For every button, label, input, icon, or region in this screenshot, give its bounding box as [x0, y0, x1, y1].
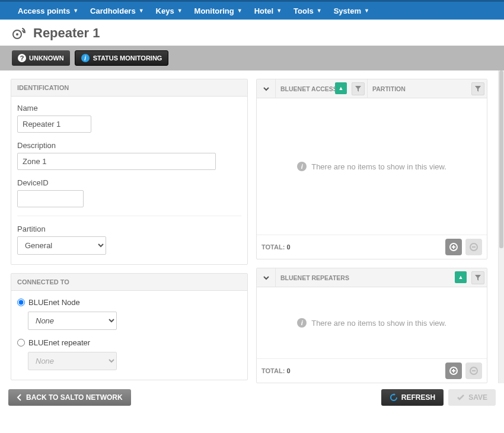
bluenet-repeater-select: None — [28, 352, 117, 370]
nav-tools[interactable]: Tools▼ — [288, 2, 328, 20]
chevron-down-icon: ▼ — [317, 8, 322, 14]
page-title: Repeater 1 — [33, 25, 100, 41]
remove-button — [465, 239, 482, 255]
vertical-scrollbar[interactable] — [498, 70, 504, 383]
sort-asc-icon[interactable]: ▲ — [335, 82, 347, 94]
partition-select[interactable]: General — [17, 236, 106, 255]
column-header-partition[interactable]: PARTITION — [368, 79, 487, 98]
bluenet-repeater-radio[interactable] — [17, 339, 25, 347]
filter-icon[interactable] — [352, 82, 365, 95]
bluenet-repeater-label: BLUEnet repeater — [28, 338, 90, 347]
total-label: TOTAL: 0 — [261, 243, 291, 251]
name-input[interactable] — [17, 116, 91, 133]
name-label: Name — [17, 104, 241, 113]
connected-to-panel: CONNECTED TO BLUEnet Node None BLUEnet r… — [11, 273, 248, 380]
chevron-left-icon — [17, 394, 23, 401]
bluenet-node-radio[interactable] — [17, 299, 25, 306]
panel-heading: IDENTIFICATION — [11, 79, 247, 97]
chevron-down-icon: ▼ — [73, 8, 78, 14]
grid-empty-message: i There are no items to show in this vie… — [257, 287, 487, 358]
status-unknown-badge[interactable]: ? UNKNOWN — [12, 50, 70, 66]
refresh-icon — [390, 393, 398, 402]
question-icon: ? — [18, 54, 26, 62]
nav-hotel[interactable]: Hotel▼ — [248, 2, 288, 20]
refresh-button[interactable]: REFRESH — [381, 389, 444, 406]
chevron-down-icon: ▼ — [364, 8, 369, 14]
deviceid-input[interactable] — [17, 190, 84, 207]
description-input[interactable] — [17, 153, 216, 170]
description-label: Description — [17, 141, 241, 150]
add-button[interactable] — [445, 239, 462, 255]
top-nav: Access points▼ Cardholders▼ Keys▼ Monito… — [0, 0, 504, 20]
status-monitoring-button[interactable]: i STATUS MONITORING — [75, 50, 169, 66]
chevron-down-icon: ▼ — [139, 8, 144, 14]
remove-button — [465, 363, 482, 379]
separator — [17, 216, 241, 216]
back-button[interactable]: BACK TO SALTO NETWORK — [8, 389, 131, 406]
expand-toggle[interactable] — [257, 79, 276, 98]
save-button: SAVE — [448, 389, 496, 406]
nav-keys[interactable]: Keys▼ — [150, 2, 189, 20]
partition-label: Partition — [17, 224, 241, 233]
sort-asc-icon[interactable]: ▲ — [455, 271, 467, 283]
nav-access-points[interactable]: Access points▼ — [12, 2, 84, 20]
column-header-repeaters[interactable]: BLUENET REPEATERS ▲ — [276, 268, 487, 287]
nav-cardholders[interactable]: Cardholders▼ — [84, 2, 150, 20]
column-header-access-point[interactable]: BLUENET ACCESS POINT ▲ — [276, 79, 368, 98]
access-points-grid: BLUENET ACCESS POINT ▲ PARTITION — [256, 79, 487, 259]
info-icon: i — [81, 54, 90, 62]
filter-icon[interactable] — [471, 271, 484, 284]
nav-system[interactable]: System▼ — [328, 2, 375, 20]
svg-point-1 — [16, 33, 18, 36]
chevron-down-icon: ▼ — [177, 8, 183, 14]
expand-toggle[interactable] — [257, 268, 276, 287]
chevron-down-icon: ▼ — [276, 8, 282, 14]
info-icon: i — [297, 318, 307, 328]
bluenet-node-label: BLUEnet Node — [28, 298, 80, 307]
filter-icon[interactable] — [471, 82, 484, 95]
page-header: Repeater 1 — [0, 20, 504, 46]
add-button[interactable] — [445, 363, 462, 379]
total-label: TOTAL: 0 — [261, 367, 291, 374]
panel-heading: CONNECTED TO — [11, 274, 247, 291]
nav-monitoring[interactable]: Monitoring▼ — [189, 2, 248, 20]
check-icon — [457, 394, 465, 401]
bluenet-node-select[interactable]: None — [28, 312, 117, 330]
status-bar: ? UNKNOWN i STATUS MONITORING — [0, 46, 504, 70]
chevron-down-icon: ▼ — [237, 8, 243, 14]
grid-empty-message: i There are no items to show in this vie… — [257, 98, 487, 235]
identification-panel: IDENTIFICATION Name Description DeviceID — [11, 79, 248, 265]
info-icon: i — [297, 162, 307, 171]
repeaters-grid: BLUENET REPEATERS ▲ i There are no items… — [256, 268, 487, 383]
repeater-icon — [12, 26, 27, 40]
deviceid-label: DeviceID — [17, 178, 241, 187]
